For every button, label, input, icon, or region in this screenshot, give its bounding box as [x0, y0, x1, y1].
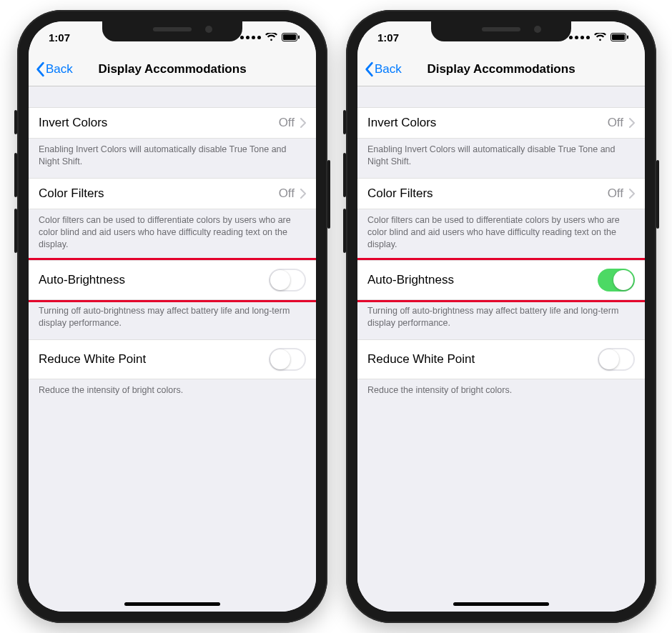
row-value: Off	[608, 116, 623, 130]
side-button	[14, 153, 17, 197]
svg-rect-2	[298, 36, 300, 39]
status-time: 1:07	[49, 31, 70, 44]
side-button	[343, 110, 346, 134]
signal-icon	[569, 36, 590, 39]
chevron-right-icon	[300, 189, 306, 199]
chevron-left-icon	[363, 61, 375, 77]
chevron-right-icon	[629, 118, 635, 128]
wifi-icon	[594, 33, 606, 41]
row-value: Off	[279, 116, 295, 130]
row-label: Color Filters	[367, 186, 433, 201]
reduce-white-point-toggle[interactable]	[598, 348, 635, 371]
nav-bar: Back Display Accommodations	[29, 53, 316, 86]
back-button[interactable]: Back	[29, 61, 73, 77]
row-reduce-white-point[interactable]: Reduce White Point	[357, 339, 645, 379]
row-invert-colors[interactable]: Invert Colors Off	[29, 107, 316, 139]
settings-list: Invert Colors Off Enabling Invert Colors…	[357, 86, 645, 612]
status-time: 1:07	[377, 31, 399, 44]
battery-icon	[611, 33, 629, 41]
side-button	[343, 153, 346, 197]
side-button	[343, 209, 346, 253]
row-footer: Color filters can be used to differentia…	[29, 209, 316, 261]
row-footer: Turning off auto-brightness may affect b…	[29, 300, 316, 339]
row-reduce-white-point[interactable]: Reduce White Point	[29, 339, 316, 379]
row-label: Reduce White Point	[367, 352, 475, 367]
row-label: Auto-Brightness	[367, 273, 454, 287]
signal-icon	[240, 36, 261, 39]
screen: 1:07 Back Displ	[357, 21, 645, 612]
auto-brightness-toggle[interactable]	[598, 269, 635, 291]
row-label: Invert Colors	[367, 116, 436, 130]
row-color-filters[interactable]: Color Filters Off	[357, 178, 645, 209]
settings-list: Invert Colors Off Enabling Invert Colors…	[29, 86, 316, 612]
svg-rect-5	[627, 36, 628, 39]
back-label: Back	[375, 62, 402, 76]
notch	[102, 21, 242, 41]
chevron-right-icon	[629, 189, 635, 199]
back-button[interactable]: Back	[357, 61, 402, 77]
side-button	[14, 110, 17, 134]
wifi-icon	[265, 33, 277, 41]
row-label: Reduce White Point	[39, 352, 146, 367]
row-label: Auto-Brightness	[39, 273, 125, 287]
nav-bar: Back Display Accommodations	[357, 53, 645, 86]
row-footer: Turning off auto-brightness may affect b…	[357, 300, 645, 339]
auto-brightness-toggle[interactable]	[269, 269, 306, 291]
row-label: Invert Colors	[39, 116, 107, 130]
row-color-filters[interactable]: Color Filters Off	[29, 178, 316, 209]
status-icons	[240, 33, 300, 41]
row-footer: Enabling Invert Colors will automaticall…	[29, 139, 316, 178]
row-auto-brightness[interactable]: Auto-Brightness	[357, 260, 645, 300]
reduce-white-point-toggle[interactable]	[269, 348, 306, 371]
svg-rect-4	[612, 34, 625, 40]
phone-frame-left: 1:07 Back Displ	[17, 10, 327, 623]
row-auto-brightness[interactable]: Auto-Brightness	[29, 260, 316, 300]
side-button	[14, 209, 17, 253]
battery-icon	[282, 33, 300, 41]
back-label: Back	[46, 62, 73, 76]
chevron-left-icon	[34, 61, 46, 77]
home-indicator[interactable]	[453, 602, 549, 606]
row-footer: Reduce the intensity of bright colors.	[29, 379, 316, 407]
row-footer: Reduce the intensity of bright colors.	[357, 379, 645, 407]
row-value: Off	[608, 186, 623, 201]
notch	[431, 21, 571, 41]
row-value: Off	[279, 186, 295, 201]
side-button	[327, 160, 330, 229]
row-footer: Color filters can be used to differentia…	[357, 209, 645, 261]
row-footer: Enabling Invert Colors will automaticall…	[357, 139, 645, 178]
row-label: Color Filters	[39, 186, 104, 201]
screen: 1:07 Back Displ	[29, 21, 316, 612]
status-icons	[569, 33, 629, 41]
home-indicator[interactable]	[124, 602, 220, 606]
side-button	[656, 160, 659, 229]
chevron-right-icon	[300, 118, 306, 128]
svg-rect-1	[283, 34, 296, 40]
row-invert-colors[interactable]: Invert Colors Off	[357, 107, 645, 139]
phone-frame-right: 1:07 Back Displ	[346, 10, 656, 623]
